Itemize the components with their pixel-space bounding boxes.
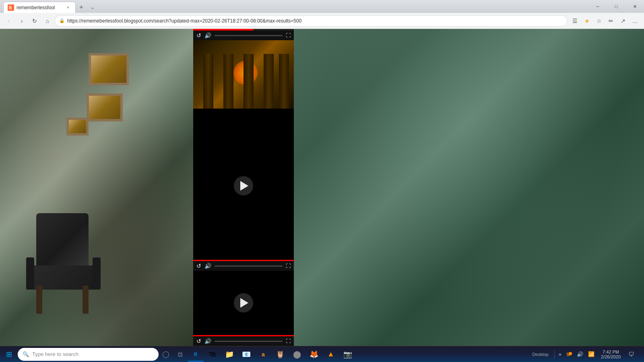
home-button[interactable]: ⌂ [42,15,53,27]
chair [24,213,105,314]
taskbar-pinned-apps: e 🛍 📁 📧 a 🦉 ⬤ 🦊 ▲ 📷 [188,347,356,362]
background-scene [0,29,644,346]
video-player-2: ↺ 🔊 ⛶ [193,112,294,271]
player1-content [193,40,294,109]
cortana-button[interactable]: ◯ [159,347,173,362]
player3-replay-icon[interactable]: ↺ [196,338,201,344]
reader-view-button[interactable]: ☰ [569,15,580,27]
player3-time-bar[interactable] [215,341,283,342]
minimize-button[interactable]: ─ [588,0,607,13]
show-desktop-button[interactable] [638,347,641,362]
notification-button[interactable]: 🗨 [625,347,637,362]
player2-volume-icon[interactable]: 🔊 [204,263,211,269]
taskbar-app-firefox[interactable]: 🦊 [306,347,322,362]
player2-fullscreen-icon[interactable]: ⛶ [286,263,291,269]
network-icon: 📶 [588,351,594,357]
task-view-icon: ⊡ [178,351,183,358]
notification-icon: 🗨 [628,351,634,358]
favorites-button[interactable]: ☆ [593,15,605,27]
windows-logo-icon: ⊞ [6,350,12,359]
title-bar: B rememberlessfool × + ⌄ ─ □ ✕ [0,0,644,13]
play-triangle-icon-3 [240,298,248,308]
forward-button[interactable]: › [16,15,27,27]
toolbar-icons: ☰ ★ ☆ ✏ ↗ … [569,15,641,27]
address-bar: ‹ › ↻ ⌂ 🔒 https://rememeberlessfool.blog… [0,13,644,29]
start-button[interactable]: ⊞ [2,347,16,362]
url-bar[interactable]: 🔒 https://rememeberlessfool.blogspot.com… [55,15,568,27]
player2-video-area[interactable] [193,112,294,260]
inking-button[interactable]: ✏ [605,15,617,27]
tab-label: rememberlessfool [17,5,62,10]
browser-content: ↺ 🔊 ⛶ [0,29,644,346]
chair-arm-left [26,257,34,290]
player1-progress-bar[interactable] [193,29,294,31]
taskbar-app-edge[interactable]: e [188,347,204,362]
tray-volume[interactable]: 🔊 [575,350,585,358]
taskbar-app-camera[interactable]: 📷 [340,347,356,362]
back-button[interactable]: ‹ [3,15,14,27]
bg-left-wall [0,29,193,346]
search-icon: 🔍 [23,351,29,357]
close-button[interactable]: ✕ [625,0,644,13]
cortana-icon: ◯ [162,350,169,358]
player1-time-bar[interactable] [215,35,283,36]
taskbar-app-file-explorer[interactable]: 📁 [221,347,237,362]
painting-2 [87,93,123,121]
camera-icon: 📷 [343,350,352,359]
player3-play-button[interactable] [234,293,253,313]
player-separator-1 [193,109,294,112]
clock-date: 2/26/2020 [601,354,621,359]
play-triangle-icon [240,181,248,191]
player2-controls: ↺ 🔊 ⛶ [193,261,294,271]
taskbar-app-store[interactable]: 🛍 [204,347,221,362]
player1-replay-icon[interactable]: ↺ [196,32,201,39]
bg-right-wall [294,29,644,346]
player2-play-button[interactable] [234,176,253,195]
task-view-button[interactable]: ⊡ [173,347,188,362]
player2-replay-icon[interactable]: ↺ [196,263,201,269]
active-tab[interactable]: B rememberlessfool × [3,2,76,13]
url-text: https://rememeberlessfool.blogspot.com/s… [67,18,563,24]
thumbnail-pillar-3 [244,54,254,109]
taskbar-app-7[interactable]: ⬤ [289,347,305,362]
player3-video-area[interactable] [193,271,294,335]
taskbar-app-mail[interactable]: 📧 [238,347,254,362]
new-tab-button[interactable]: + [76,2,87,13]
maximize-button[interactable]: □ [607,0,625,13]
desktop-text[interactable]: Desktop [529,347,551,362]
superfish-icon: SF [566,352,572,357]
taskbar-app-tripadvisor[interactable]: 🦉 [272,347,288,362]
chair-arm-right [93,257,101,290]
file-explorer-icon: 📁 [225,350,234,359]
taskbar-app-amazon[interactable]: a [255,347,271,362]
system-tray: Desktop » SF 🔊 📶 7:42 PM 2/26/2020 🗨 [527,347,642,362]
share-button[interactable]: ↗ [617,15,629,27]
video-player-1: ↺ 🔊 ⛶ [193,29,294,109]
tray-clock[interactable]: 7:42 PM 2/26/2020 [598,350,624,359]
player1-volume-icon[interactable]: 🔊 [204,32,211,39]
tab-menu-button[interactable]: ⌄ [87,2,98,13]
player3-controls: ↺ 🔊 ⛶ [193,336,294,346]
refresh-button[interactable]: ↻ [29,15,40,27]
player1-progress-fill [193,29,254,31]
player2-time-bar[interactable] [215,265,283,267]
tray-network[interactable]: 📶 [586,350,596,358]
painting-1 [89,53,129,85]
more-button[interactable]: … [630,15,641,27]
clock-time: 7:42 PM [603,350,619,354]
video-players-container: ↺ 🔊 ⛶ [193,29,294,346]
player3-fullscreen-icon[interactable]: ⛶ [286,338,291,344]
thumbnail-pillar-4 [264,54,274,109]
tripadvisor-icon: 🦉 [276,350,285,359]
tray-chevron[interactable]: » [557,350,563,358]
taskbar-app-vlc[interactable]: ▲ [323,347,339,362]
player1-fullscreen-icon[interactable]: ⛶ [286,33,291,38]
taskbar-search[interactable]: 🔍 Type here to search [18,348,159,361]
edge-icon: e [194,350,198,358]
svg-text:B: B [9,6,12,10]
tab-close-button[interactable]: × [65,4,71,11]
player3-volume-icon[interactable]: 🔊 [204,338,211,344]
tray-superfish[interactable]: SF [565,350,574,358]
bookmark-button[interactable]: ★ [581,15,592,27]
volume-icon: 🔊 [577,351,583,357]
